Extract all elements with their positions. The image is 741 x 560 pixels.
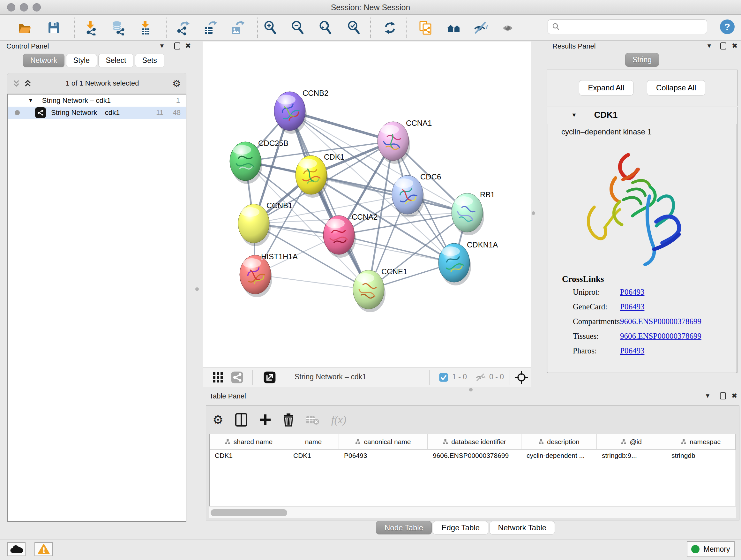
crosslink-link[interactable]: P06493 xyxy=(620,302,644,311)
column-header[interactable]: @id xyxy=(597,434,666,449)
memory-button[interactable]: Memory xyxy=(687,541,735,557)
expand-all-icon[interactable] xyxy=(23,79,32,88)
float-panel-icon[interactable] xyxy=(720,43,726,50)
export-network-icon[interactable] xyxy=(175,20,190,36)
splitter-grip[interactable] xyxy=(532,211,535,215)
cloud-button[interactable] xyxy=(7,542,25,556)
tab-network-table[interactable]: Network Table xyxy=(489,521,555,535)
hide-selected-eye-slash-icon[interactable] xyxy=(473,20,488,36)
crosslink-link[interactable]: P06493 xyxy=(620,288,644,297)
tab-sets[interactable]: Sets xyxy=(135,54,164,67)
crosslink-row: Tissues:9606.ENSP00000378699 xyxy=(573,332,599,341)
add-column-icon[interactable] xyxy=(259,414,271,426)
network-edge[interactable] xyxy=(339,235,454,263)
column-header[interactable]: shared name xyxy=(210,434,288,449)
network-node-CCNA2[interactable]: CCNA2 xyxy=(323,212,378,258)
network-view[interactable]: CCNB2CCNA1CDC25BCDK1CDC6RB1CCNB1CCNA2CDK… xyxy=(203,42,531,367)
node-navigator-crosshair-icon[interactable] xyxy=(515,371,528,384)
network-node-CDC6[interactable]: CDC6 xyxy=(392,172,441,217)
network-node-CCNE1[interactable]: CCNE1 xyxy=(353,267,407,312)
gear-icon[interactable]: ⚙ xyxy=(172,78,181,89)
collapse-all-icon[interactable] xyxy=(12,79,21,88)
zoom-in-icon[interactable] xyxy=(263,20,278,36)
gear-icon[interactable]: ⚙ xyxy=(212,413,223,427)
splitter-grip[interactable] xyxy=(195,287,199,291)
search-icon xyxy=(552,23,560,31)
network-edge[interactable] xyxy=(290,111,368,290)
network-node-CDC25B[interactable]: CDC25B xyxy=(230,139,288,184)
crosslink-link[interactable]: P06493 xyxy=(620,347,644,355)
birdseye-view-icon[interactable] xyxy=(212,372,224,383)
column-header[interactable]: canonical name xyxy=(339,434,428,449)
show-all-eye-icon[interactable] xyxy=(501,20,516,36)
refresh-icon[interactable] xyxy=(382,20,398,36)
tab-style[interactable]: Style xyxy=(66,54,97,67)
collapse-panel-icon[interactable]: ▼ xyxy=(704,391,711,400)
column-header[interactable]: database identifier xyxy=(428,434,522,449)
network-node-CDKN1A[interactable]: CDKN1A xyxy=(439,240,498,286)
tab-select[interactable]: Select xyxy=(98,54,133,67)
toolbar-separator xyxy=(166,17,166,38)
close-panel-icon[interactable]: ✖ xyxy=(732,42,738,51)
float-panel-icon[interactable] xyxy=(174,43,180,50)
tab-string[interactable]: String xyxy=(625,53,659,67)
network-node-CCNA1[interactable]: CCNA1 xyxy=(378,119,432,164)
zoom-selected-icon[interactable] xyxy=(347,20,362,36)
collapse-panel-icon[interactable]: ▼ xyxy=(159,42,165,51)
search-field[interactable] xyxy=(548,19,707,34)
collapse-panel-icon[interactable]: ▼ xyxy=(706,42,712,51)
scrollbar-thumb[interactable] xyxy=(211,509,287,516)
network-edge[interactable] xyxy=(311,175,467,212)
delete-column-trash-icon[interactable] xyxy=(283,413,294,427)
network-node-CCNB2[interactable]: CCNB2 xyxy=(274,89,328,134)
toolbar-separator xyxy=(429,370,429,385)
tree-expand-icon[interactable]: ▼ xyxy=(28,98,33,104)
expand-all-button[interactable]: Expand All xyxy=(579,80,633,96)
export-table-icon[interactable] xyxy=(202,20,218,36)
collapse-all-button[interactable]: Collapse All xyxy=(647,80,705,96)
zoom-fit-icon[interactable] xyxy=(318,20,333,36)
float-panel-icon[interactable] xyxy=(720,392,726,399)
duplicate-network-icon[interactable] xyxy=(418,20,433,36)
tab-network[interactable]: Network xyxy=(23,54,64,67)
close-panel-icon[interactable]: ✖ xyxy=(185,42,191,51)
node-label: CDKN1A xyxy=(467,240,498,249)
network-node-HIST1H1A[interactable]: HIST1H1A xyxy=(240,252,298,297)
function-builder-icon: f(x) xyxy=(331,414,346,426)
close-panel-icon[interactable]: ✖ xyxy=(731,391,737,400)
help-button[interactable]: ? xyxy=(720,19,735,34)
network-edge[interactable] xyxy=(255,274,368,290)
protein-header[interactable]: ▼ CDK1 xyxy=(547,107,737,123)
export-image-icon[interactable] xyxy=(229,20,245,36)
zoom-out-icon[interactable] xyxy=(290,20,306,36)
column-header[interactable]: namespac xyxy=(666,434,736,449)
column-header[interactable]: description xyxy=(522,434,597,449)
column-header[interactable]: name xyxy=(288,434,339,449)
network-collection-row[interactable]: ▼ String Network – cdk1 1 xyxy=(8,95,186,107)
import-network-from-database-icon[interactable] xyxy=(110,20,125,36)
tab-edge-table[interactable]: Edge Table xyxy=(433,521,488,535)
network-node-RB1[interactable]: RB1 xyxy=(452,190,495,235)
table-row[interactable]: CDK1 CDK1 P06493 9606.ENSP00000378699 cy… xyxy=(210,449,736,462)
selected-checkbox-icon[interactable] xyxy=(439,373,448,382)
string-settings-icon[interactable] xyxy=(231,371,244,384)
import-table-icon[interactable] xyxy=(138,20,153,36)
open-session-icon[interactable] xyxy=(17,20,32,36)
horizontal-scrollbar[interactable] xyxy=(209,507,736,518)
warnings-button[interactable] xyxy=(35,542,53,556)
collapse-section-icon[interactable]: ▼ xyxy=(571,112,577,118)
crosslink-link[interactable]: 9606.ENSP00000378699 xyxy=(620,317,701,326)
import-network-icon[interactable] xyxy=(83,20,98,36)
network-row-selected[interactable]: String Network – cdk1 11 48 xyxy=(8,107,186,119)
expand-collapse-box: Expand All Collapse All xyxy=(547,70,738,106)
save-session-icon[interactable] xyxy=(46,20,61,36)
open-in-browser-icon[interactable] xyxy=(263,371,276,384)
search-input[interactable] xyxy=(563,23,707,31)
results-panel: Results Panel ▼ ✖ String Expand All Coll… xyxy=(544,42,740,390)
crosslink-link[interactable]: 9606.ENSP00000378699 xyxy=(620,332,701,341)
tab-node-table[interactable]: Node Table xyxy=(376,521,432,535)
attribute-icon xyxy=(355,439,360,444)
node-table[interactable]: shared name name canonical name database… xyxy=(209,434,736,506)
show-columns-icon[interactable] xyxy=(235,413,248,427)
first-neighbors-icon[interactable] xyxy=(446,20,461,36)
